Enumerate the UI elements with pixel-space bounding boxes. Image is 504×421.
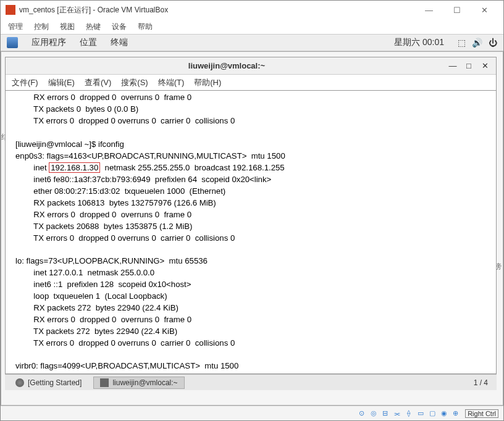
line: inet6 ::1 prefixlen 128 scopeid 0x10<hos… <box>15 280 191 289</box>
gnome-terminal-launcher[interactable]: 终端 <box>111 37 128 48</box>
terminal-output[interactable]: RX errors 0 dropped 0 overruns 0 frame 0… <box>6 91 496 373</box>
line: ether 08:00:27:15:d3:02 txqueuelen 1000 … <box>15 186 225 196</box>
minimize-button[interactable]: — <box>415 1 443 19</box>
vbox-title: vm_centos [正在运行] - Oracle VM VirtualBox <box>19 5 415 15</box>
task-label: liuweijin@vmlocal:~ <box>112 378 177 387</box>
gnome-places[interactable]: 位置 <box>80 37 97 48</box>
line: TX errors 0 dropped 0 overruns 0 carrier… <box>15 116 235 125</box>
terminal-menubar: 文件(F) 编辑(E) 查看(V) 搜索(S) 终端(T) 帮助(H) <box>6 75 496 91</box>
line: RX packets 272 bytes 22940 (22.4 KiB) <box>15 303 178 312</box>
line: TX packets 272 bytes 22940 (22.4 KiB) <box>15 327 177 336</box>
command: ifconfig <box>98 140 124 149</box>
vbox-titlebar[interactable]: vm_centos [正在运行] - Oracle VM VirtualBox … <box>1 1 503 19</box>
menu-help[interactable]: 帮助 <box>138 22 153 32</box>
menu-manage[interactable]: 管理 <box>8 22 23 32</box>
gnome-clock[interactable]: 星期六 00:01 <box>394 37 444 48</box>
vbox-statusbar: ⊙ ◎ ⊟ ⫘ ⟠ ▭ ▢ ◉ ⊕ Right Ctrl <box>1 406 503 420</box>
line: TX packets 0 bytes 0 (0.0 B) <box>15 104 138 114</box>
terminal-title: liuweijin@vmlocal:~ <box>10 61 443 70</box>
line: loop txqueuelen 1 (Local Loopback) <box>15 291 167 301</box>
usb-icon[interactable]: ⟠ <box>404 409 413 418</box>
activities-icon[interactable] <box>7 37 18 48</box>
line: RX errors 0 dropped 0 overruns 0 frame 0 <box>15 210 191 219</box>
power-icon[interactable]: ⏻ <box>489 38 497 48</box>
recording-icon[interactable]: ◉ <box>439 409 448 418</box>
workspace-indicator[interactable]: 1 / 4 <box>469 378 493 387</box>
vbox-icon <box>6 5 15 15</box>
line: lo: flags=73<UP,LOOPBACK,RUNNING> mtu 65… <box>15 256 208 265</box>
task-getting-started[interactable]: [Getting Started] <box>9 377 88 389</box>
line: netmask 255.255.255.0 broadcast 192.168.… <box>100 163 284 172</box>
line: TX packets 20688 bytes 1353875 (1.2 MiB) <box>15 222 192 231</box>
term-menu-search[interactable]: 搜索(S) <box>121 77 148 88</box>
network-adapter-icon[interactable]: ⫘ <box>392 409 401 418</box>
line: RX errors 0 dropped 0 overruns 0 frame 0 <box>15 93 191 102</box>
virtualbox-window: vm_centos [正在运行] - Oracle VM VirtualBox … <box>0 0 504 421</box>
hdd-icon[interactable]: ⊙ <box>357 409 366 418</box>
task-label: [Getting Started] <box>28 378 82 387</box>
shared-folder-icon[interactable]: ▭ <box>416 409 425 418</box>
storage-icon[interactable]: ⊟ <box>380 409 390 418</box>
gnome-top-panel: 应用程序 位置 终端 星期六 00:01 ⬚ 🔊 ⏻ <box>1 34 503 51</box>
line: inet6 fe80::1a3f:37cb:b793:6949 prefixle… <box>15 175 271 184</box>
close-button[interactable]: ✕ <box>471 1 498 19</box>
line: inet <box>15 163 49 172</box>
line: inet 127.0.0.1 netmask 255.0.0.0 <box>15 268 154 277</box>
highlighted-ip: 192.168.1.30 <box>49 162 100 173</box>
vbox-menubar: 管理 控制 视图 热键 设备 帮助 <box>1 19 503 34</box>
term-menu-view[interactable]: 查看(V) <box>85 77 111 88</box>
menu-device[interactable]: 设备 <box>112 22 127 32</box>
term-maximize-button[interactable]: □ <box>463 60 475 72</box>
term-menu-help[interactable]: 帮助(H) <box>194 77 221 88</box>
host-key-indicator[interactable]: Right Ctrl <box>465 409 498 418</box>
mouse-integration-icon[interactable]: ⊕ <box>451 409 460 418</box>
optical-icon[interactable]: ◎ <box>369 409 378 418</box>
term-minimize-button[interactable]: — <box>447 60 459 72</box>
getting-started-icon <box>15 378 24 387</box>
terminal-icon <box>100 378 109 387</box>
line: TX errors 0 dropped 0 overruns 0 carrier… <box>15 338 235 348</box>
gnome-applications[interactable]: 应用程序 <box>32 37 66 48</box>
menu-control[interactable]: 控制 <box>34 22 49 32</box>
line: enp0s3: flags=4163<UP,BROADCAST,RUNNING,… <box>15 151 285 160</box>
volume-icon[interactable]: 🔊 <box>472 38 482 48</box>
line: RX errors 0 dropped 0 overruns 0 frame 0 <box>15 315 191 324</box>
line: inet 192.168.122.1 netmask 255.255.255.0… <box>15 373 295 373</box>
menu-hotkey[interactable]: 热键 <box>86 22 101 32</box>
display-icon[interactable]: ▢ <box>427 409 437 418</box>
line: TX errors 0 dropped 0 overruns 0 carrier… <box>15 233 235 243</box>
line: RX packets 106813 bytes 132757976 (126.6… <box>15 198 216 207</box>
gnome-bottom-panel: [Getting Started] liuweijin@vmlocal:~ 1 … <box>5 374 497 390</box>
task-terminal[interactable]: liuweijin@vmlocal:~ <box>93 377 184 389</box>
network-icon[interactable]: ⬚ <box>458 38 466 48</box>
terminal-titlebar[interactable]: liuweijin@vmlocal:~ — □ ✕ <box>6 57 496 75</box>
menu-view[interactable]: 视图 <box>60 22 75 32</box>
maximize-button[interactable]: ☐ <box>443 1 471 19</box>
term-menu-file[interactable]: 文件(F) <box>12 77 38 88</box>
term-menu-edit[interactable]: 编辑(E) <box>48 77 75 88</box>
guest-desktop: 结 谤 liuweijin@vmlocal:~ — □ ✕ 文件(F) 编辑(E… <box>1 51 503 406</box>
terminal-window: liuweijin@vmlocal:~ — □ ✕ 文件(F) 编辑(E) 查看… <box>5 57 497 374</box>
shell-prompt: [liuweijin@vmlocal ~]$ <box>15 140 98 149</box>
line: virbr0: flags=4099<UP,BROADCAST,MULTICAS… <box>15 361 238 370</box>
term-menu-terminal[interactable]: 终端(T) <box>158 77 185 88</box>
term-close-button[interactable]: ✕ <box>479 60 491 72</box>
